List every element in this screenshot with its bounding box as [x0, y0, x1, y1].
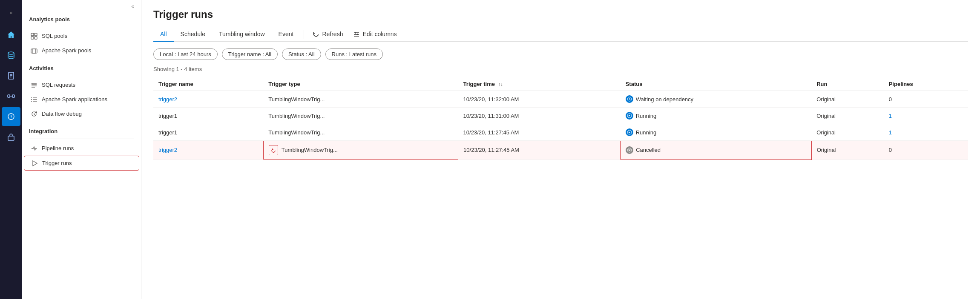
trigger-name-cell: trigger2 — [153, 141, 263, 160]
trigger-type-cell-bordered: TumblingWindowTrig... — [263, 141, 458, 160]
table-row: trigger1 TumblingWindowTrig... 10/23/20,… — [153, 124, 968, 141]
pipeline-runs-label: Pipeline runs — [42, 145, 74, 151]
tab-tumbling-window[interactable]: Tumbling window — [212, 27, 272, 42]
sidebar-item-sql-requests[interactable]: SQL requests — [24, 78, 139, 92]
spark-pools-label: Apache Spark pools — [42, 47, 91, 54]
items-count: Showing 1 - 4 items — [153, 66, 968, 72]
cancelled-status-icon — [626, 146, 633, 154]
pipelines-count: 0 — [889, 147, 892, 153]
trigger1-name-row3: trigger1 — [158, 129, 177, 136]
run-cell: Original — [811, 141, 883, 160]
svg-rect-12 — [31, 37, 34, 39]
icon-bar: » — [0, 0, 22, 299]
sql-pools-label: SQL pools — [42, 33, 67, 39]
activities-header: Activities — [22, 58, 141, 74]
sidebar-item-pipeline-runs[interactable]: Pipeline runs — [24, 141, 139, 155]
main-content: Trigger runs All Schedule Tumbling windo… — [141, 0, 980, 299]
status-cell: Running — [621, 108, 812, 124]
tab-event[interactable]: Event — [272, 27, 301, 42]
edit-columns-label: Edit columns — [362, 31, 397, 37]
col-trigger-time: Trigger time ↑↓ — [458, 77, 621, 91]
integration-header: Integration — [22, 121, 141, 137]
status-label: Waiting on dependency — [636, 96, 693, 103]
col-trigger-name: Trigger name — [153, 77, 263, 91]
svg-rect-13 — [34, 37, 37, 39]
sidebar-item-spark-pools[interactable]: Apache Spark pools — [24, 43, 139, 57]
sidebar-item-sql-pools[interactable]: SQL pools — [24, 29, 139, 43]
running-status-icon — [626, 112, 633, 120]
status-cell: Waiting on dependency — [621, 91, 812, 108]
status-cell: Running — [621, 124, 812, 141]
trigger-type-cell: TumblingWindowTrig... — [263, 108, 458, 124]
run-cell: Original — [811, 91, 883, 108]
sidebar-item-spark-applications[interactable]: Apache Spark applications — [24, 92, 139, 106]
trigger-name-cell: trigger1 — [153, 124, 263, 141]
svg-rect-6 — [12, 95, 14, 97]
pipelines-cell: 0 — [884, 91, 968, 108]
svg-rect-14 — [31, 49, 37, 53]
rerun-icon[interactable] — [269, 145, 278, 155]
sql-requests-icon — [31, 81, 37, 88]
edit-columns-action[interactable]: Edit columns — [348, 28, 402, 40]
table-row: trigger1 TumblingWindowTrig... 10/23/20,… — [153, 108, 968, 124]
status-label: Running — [636, 113, 656, 119]
pipelines-link-row2[interactable]: 1 — [889, 113, 892, 119]
col-pipelines: Pipelines — [884, 77, 968, 91]
svg-point-0 — [8, 52, 14, 54]
pipeline-icon[interactable] — [2, 87, 20, 105]
trigger-type-cell: TumblingWindowTrig... — [263, 124, 458, 141]
trigger-runs-label: Trigger runs — [42, 160, 72, 166]
filter-row: Local : Last 24 hours Trigger name : All… — [153, 48, 968, 60]
trigger1-name-row2: trigger1 — [158, 113, 177, 119]
pipelines-count: 0 — [889, 96, 892, 103]
spark-applications-label: Apache Spark applications — [42, 96, 107, 103]
tab-schedule[interactable]: Schedule — [174, 27, 212, 42]
trigger-name-cell: trigger2 — [153, 91, 263, 108]
trigger-time-cell: 10/23/20, 11:27:45 AM — [458, 141, 621, 160]
database-icon[interactable] — [2, 46, 20, 65]
run-cell: Original — [811, 108, 883, 124]
time-filter[interactable]: Local : Last 24 hours — [153, 48, 218, 60]
sidebar-collapse[interactable]: « — [22, 0, 141, 9]
status-filter[interactable]: Status : All — [282, 48, 321, 60]
tab-all[interactable]: All — [153, 27, 174, 42]
spark-applications-icon — [31, 96, 37, 103]
dataflow-debug-label: Data flow debug — [42, 111, 82, 117]
runs-filter[interactable]: Runs : Latest runs — [325, 48, 383, 60]
toolbox-icon[interactable] — [2, 128, 20, 146]
sidebar-item-dataflow-debug[interactable]: Data flow debug — [24, 107, 139, 121]
table-row-highlighted: trigger2 TumblingWindowTrig... 10/23/20,… — [153, 141, 968, 160]
home-icon[interactable] — [2, 26, 20, 44]
pipelines-link-row3[interactable]: 1 — [889, 129, 892, 136]
page-title: Trigger runs — [153, 9, 968, 20]
svg-marker-30 — [33, 161, 37, 166]
monitor-icon[interactable] — [2, 107, 20, 126]
status-label: Running — [636, 129, 656, 136]
spark-pools-icon — [31, 47, 37, 54]
svg-point-29 — [35, 111, 37, 113]
pipeline-runs-icon — [31, 144, 37, 151]
trigger-runs-icon — [31, 159, 38, 167]
pipelines-cell: 1 — [884, 124, 968, 141]
trigger2-link-row1[interactable]: trigger2 — [158, 96, 177, 103]
trigger-runs-table: Trigger name Trigger type Trigger time ↑… — [153, 77, 968, 160]
trigger-type-cell: TumblingWindowTrig... — [263, 91, 458, 108]
doc-icon[interactable] — [2, 66, 20, 85]
analytics-pools-header: Analytics pools — [22, 9, 141, 25]
trigger-time-cell: 10/23/20, 11:32:00 AM — [458, 91, 621, 108]
pipelines-cell: 0 — [884, 141, 968, 160]
name-filter[interactable]: Trigger name : All — [222, 48, 278, 60]
sql-pools-icon — [31, 32, 37, 40]
refresh-action[interactable]: Refresh — [308, 28, 348, 40]
sort-icon[interactable]: ↑↓ — [498, 82, 503, 87]
col-status: Status — [621, 77, 812, 91]
dataflow-debug-icon — [31, 110, 37, 117]
running-status-icon2 — [626, 128, 633, 136]
svg-rect-5 — [8, 95, 10, 97]
trigger2-link-row4[interactable]: trigger2 — [158, 147, 177, 153]
edit-columns-icon — [353, 31, 360, 38]
status-cell-bordered: Cancelled — [621, 141, 812, 160]
sql-requests-label: SQL requests — [42, 82, 75, 88]
sidebar-item-trigger-runs[interactable]: Trigger runs — [24, 156, 139, 171]
expand-collapse-icon[interactable]: » — [2, 3, 20, 22]
